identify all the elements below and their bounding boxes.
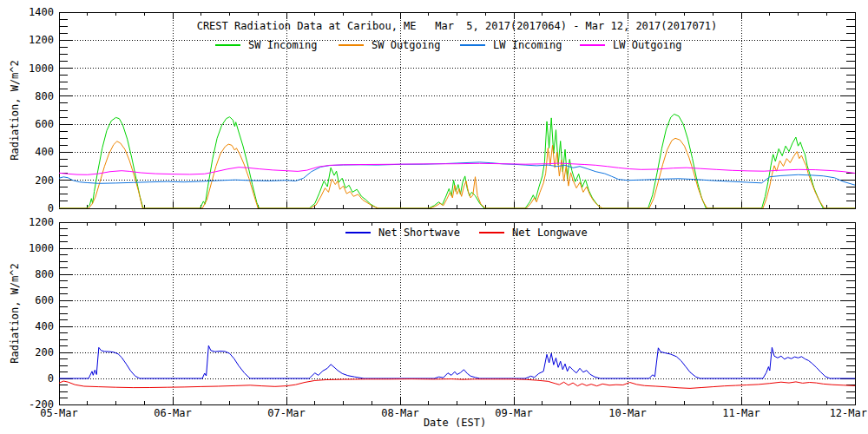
legend-label-lw-outgoing: LW Outgoing	[613, 39, 681, 51]
radiation-figure: 0200400600800100012001400-20002004006008…	[0, 0, 868, 434]
legend-label-net-longwave: Net Longwave	[512, 227, 588, 239]
legend-label-sw-outgoing: SW Outgoing	[372, 39, 440, 51]
y-tick-label: 400	[35, 320, 54, 332]
panel-border	[59, 222, 855, 404]
legend-label-lw-incoming: LW Incoming	[493, 39, 562, 51]
series-net-longwave	[59, 379, 855, 389]
series-net-shortwave	[59, 345, 855, 378]
net-longwave-line-swatch	[479, 232, 504, 233]
y-tick-label: 600	[35, 294, 54, 306]
legend-label-sw-incoming: SW Incoming	[248, 39, 317, 51]
sw-outgoing-line-swatch	[339, 44, 364, 46]
series-sw-outgoing	[59, 138, 855, 208]
panel-net-radiation: -20002004006008001000120005-Mar06-Mar07-…	[29, 216, 867, 419]
legend-item-sw-outgoing: SW Outgoing	[339, 39, 440, 50]
legend-item-net-shortwave: Net Shortwave	[345, 227, 460, 238]
series-lw-outgoing	[59, 163, 855, 174]
y-axis-label-bottom: Radiation, W/m^2	[9, 218, 21, 409]
series-lw-incoming	[59, 162, 855, 185]
sw-incoming-line-swatch	[215, 44, 240, 46]
legend-label-net-shortwave: Net Shortwave	[378, 227, 460, 239]
y-tick-label: 0	[48, 202, 54, 214]
x-axis-label: Date (EST)	[59, 418, 851, 429]
legend-item-lw-incoming: LW Incoming	[460, 39, 562, 50]
panel-radiation-components: 0200400600800100012001400	[29, 6, 855, 214]
legend-item-net-longwave: Net Longwave	[479, 227, 588, 238]
y-tick-label: 1000	[29, 62, 54, 75]
lw-outgoing-line-swatch	[580, 44, 605, 46]
y-tick-label: 800	[35, 90, 54, 102]
y-tick-label: 800	[35, 268, 54, 280]
y-tick-label: 1200	[29, 216, 54, 228]
net-shortwave-line-swatch	[345, 232, 371, 233]
y-tick-label: 400	[35, 146, 54, 158]
chart-canvas: 0200400600800100012001400-20002004006008…	[0, 0, 868, 434]
legend-item-sw-incoming: SW Incoming	[215, 39, 317, 50]
y-tick-label: 0	[48, 372, 54, 385]
panel-border	[59, 12, 855, 208]
y-tick-label: 1200	[29, 34, 54, 46]
lw-incoming-line-swatch	[460, 44, 485, 46]
y-tick-label: 200	[35, 174, 54, 187]
y-tick-label: 1000	[29, 242, 54, 254]
y-tick-label: 200	[35, 346, 54, 358]
y-axis-label-top: Radiation, W/m^2	[9, 15, 21, 206]
chart-title: CREST Radiation Data at Caribou, ME Mar …	[59, 21, 855, 32]
legend-item-lw-outgoing: LW Outgoing	[580, 39, 681, 50]
y-tick-label: 600	[35, 118, 54, 130]
y-tick-label: 1400	[29, 6, 54, 18]
